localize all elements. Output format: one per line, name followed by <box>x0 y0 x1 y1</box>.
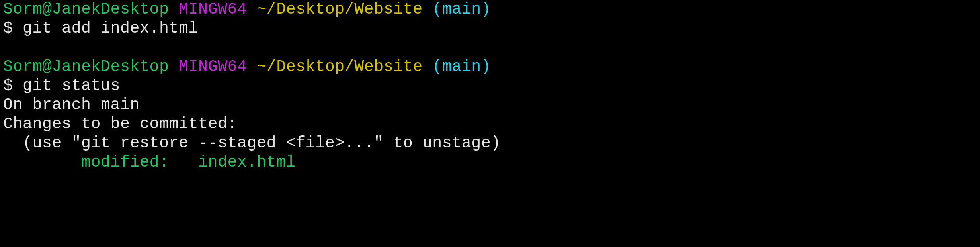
status-changes-header: Changes to be committed: <box>3 115 237 133</box>
prompt-symbol: $ <box>3 20 23 37</box>
prompt-env <box>169 0 179 18</box>
prompt-cwd: ~/Desktop/Website <box>257 58 423 76</box>
prompt-line: Sorm@JanekDesktop MINGW64 ~/Desktop/Webs… <box>3 58 491 76</box>
prompt-branch: main <box>442 58 481 76</box>
status-staged-file: modified: index.html <box>3 153 296 171</box>
command-line: $ git status <box>3 77 120 95</box>
command-line: $ git add index.html <box>3 20 198 37</box>
status-branch-line: On branch main <box>3 96 140 114</box>
prompt-branch-open: ( <box>432 58 442 76</box>
prompt-env: MINGW64 <box>179 58 247 76</box>
prompt-branch-close: ) <box>481 58 491 76</box>
prompt-user-host: Sorm@JanekDesktop <box>3 0 169 18</box>
prompt-branch-close: ) <box>481 0 491 18</box>
prompt-cwd: ~/Desktop/Website <box>257 0 423 18</box>
prompt-line: Sorm@JanekDesktop MINGW64 ~/Desktop/Webs… <box>3 0 491 18</box>
command-text: git status <box>23 77 120 95</box>
prompt-branch-open: ( <box>432 0 442 18</box>
prompt-branch: main <box>442 0 481 18</box>
prompt-symbol: $ <box>3 77 23 95</box>
command-text: git add index.html <box>23 20 198 37</box>
prompt-user-host: Sorm@JanekDesktop <box>3 58 169 76</box>
status-unstage-hint: (use "git restore --staged <file>..." to… <box>3 134 501 152</box>
terminal-output[interactable]: Sorm@JanekDesktop MINGW64 ~/Desktop/Webs… <box>0 0 980 172</box>
prompt-env: MINGW64 <box>179 0 247 18</box>
